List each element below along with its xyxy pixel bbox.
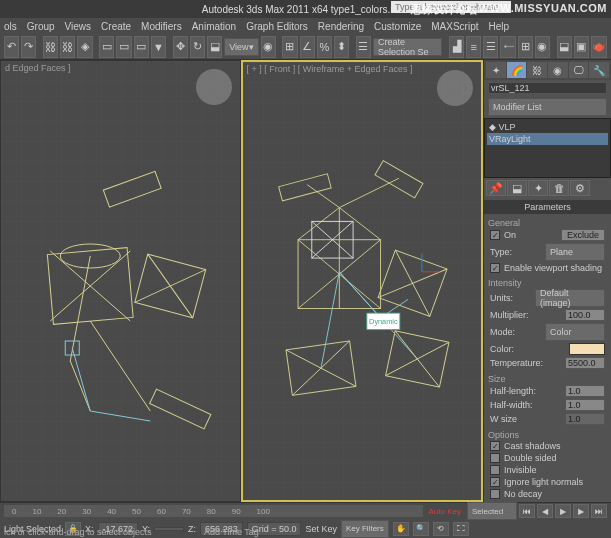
configure-button[interactable]: ⚙ xyxy=(570,180,590,196)
prev-frame-button[interactable]: ◀ xyxy=(537,504,553,518)
half-length-input[interactable] xyxy=(565,385,605,397)
half-width-input[interactable] xyxy=(565,399,605,411)
viewport-right-label[interactable]: [ + ] [ Front ] [ Wireframe + Edged Face… xyxy=(247,64,413,74)
remove-mod-button[interactable]: 🗑 xyxy=(549,180,569,196)
viewport-right[interactable]: [ + ] [ Front ] [ Wireframe + Edged Face… xyxy=(241,60,484,502)
modifier-stack[interactable]: ◆ VLP VRayLight xyxy=(484,118,611,178)
viewport-shading-checkbox[interactable]: ✓ xyxy=(490,263,500,273)
percent-snap-button[interactable]: % xyxy=(317,36,332,58)
menu-create[interactable]: Create xyxy=(101,21,131,32)
main-toolbar: ↶ ↷ ⛓ ⛓ ◈ ▭ ▭ ▭ ▼ ✥ ↻ ⬓ View ▾ ◉ ⊞ ∠ % ⬍… xyxy=(0,34,611,60)
svg-rect-8 xyxy=(278,174,331,201)
center-button[interactable]: ◉ xyxy=(261,36,276,58)
menu-views[interactable]: Views xyxy=(65,21,92,32)
viewport-left-label[interactable]: d Edged Faces ] xyxy=(5,63,71,73)
nav-orbit-button[interactable]: ⟲ xyxy=(433,522,449,536)
units-dropdown[interactable]: Default (image) xyxy=(535,289,605,307)
temperature-input[interactable] xyxy=(565,357,605,369)
ignore-normals-checkbox[interactable]: ✓ xyxy=(490,477,500,487)
render-setup-button[interactable]: ⬓ xyxy=(557,36,572,58)
command-panel: ✦ 🌈 ⛓ ◉ 🖵 🔧 Modifier List ◆ VLP VRayLigh… xyxy=(483,60,611,502)
menu-help[interactable]: Help xyxy=(489,21,510,32)
goto-start-button[interactable]: ⏮ xyxy=(519,504,535,518)
layers-button[interactable]: ☰ xyxy=(483,36,498,58)
menu-graph[interactable]: Graph Editors xyxy=(246,21,308,32)
bind-button[interactable]: ◈ xyxy=(77,36,92,58)
next-frame-button[interactable]: ▶ xyxy=(573,504,589,518)
double-sided-checkbox[interactable] xyxy=(490,453,500,463)
menu-group[interactable]: Group xyxy=(27,21,55,32)
object-name-field[interactable] xyxy=(488,82,607,94)
snap-button[interactable]: ⊞ xyxy=(282,36,297,58)
show-end-button[interactable]: ⬓ xyxy=(507,180,527,196)
cast-shadows-checkbox[interactable]: ✓ xyxy=(490,441,500,451)
redo-button[interactable]: ↷ xyxy=(21,36,36,58)
tab-utilities[interactable]: 🔧 xyxy=(589,62,609,78)
params-rollout-header[interactable]: Parameters xyxy=(484,200,611,214)
material-button[interactable]: ◉ xyxy=(535,36,550,58)
multiplier-input[interactable] xyxy=(565,309,605,321)
set-key-button[interactable]: Set Key xyxy=(305,524,337,534)
render-frame-button[interactable]: ▣ xyxy=(574,36,589,58)
mode-dropdown[interactable]: Color xyxy=(545,323,605,341)
modifier-list-dropdown[interactable]: Modifier List xyxy=(488,98,607,116)
key-filters-dropdown[interactable]: Key Filters xyxy=(341,520,389,538)
rotate-button[interactable]: ↻ xyxy=(190,36,205,58)
no-decay-checkbox[interactable] xyxy=(490,489,500,499)
filter-button[interactable]: ▼ xyxy=(151,36,166,58)
menu-modifiers[interactable]: Modifiers xyxy=(141,21,182,32)
spinner-snap-button[interactable]: ⬍ xyxy=(334,36,349,58)
mirror-button[interactable]: ▟ xyxy=(449,36,464,58)
unlink-button[interactable]: ⛓ xyxy=(60,36,75,58)
align-button[interactable]: ≡ xyxy=(466,36,481,58)
link-button[interactable]: ⛓ xyxy=(43,36,58,58)
move-button[interactable]: ✥ xyxy=(173,36,188,58)
select-button[interactable]: ▭ xyxy=(99,36,114,58)
menu-maxscript[interactable]: MAXScript xyxy=(431,21,478,32)
stack-item-vlp[interactable]: ◆ VLP xyxy=(487,121,608,133)
tab-modify[interactable]: 🌈 xyxy=(507,62,527,78)
add-time-tag[interactable]: Add Time Tag xyxy=(200,526,263,538)
play-button[interactable]: ▶ xyxy=(555,504,571,518)
exclude-button[interactable]: Exclude xyxy=(561,229,605,241)
stack-item-vraylight[interactable]: VRayLight xyxy=(487,133,608,145)
curve-editor-button[interactable]: ⬳ xyxy=(500,36,515,58)
select-region-button[interactable]: ▭ xyxy=(134,36,149,58)
unique-button[interactable]: ✦ xyxy=(528,180,548,196)
schematic-button[interactable]: ⊞ xyxy=(518,36,533,58)
scale-button[interactable]: ⬓ xyxy=(207,36,222,58)
color-swatch[interactable] xyxy=(569,343,605,355)
ref-coord-dropdown[interactable]: View ▾ xyxy=(224,38,258,56)
type-dropdown[interactable]: Plane xyxy=(545,243,605,261)
y-coord[interactable] xyxy=(154,527,184,531)
named-sel-button[interactable]: ☰ xyxy=(356,36,371,58)
nav-pan-button[interactable]: ✋ xyxy=(393,522,409,536)
timeline-track[interactable]: 0102030405060708090100 xyxy=(4,505,423,517)
viewcube-left[interactable] xyxy=(196,69,232,105)
create-selection-dropdown[interactable]: Create Selection Se xyxy=(373,38,442,56)
menu-tools[interactable]: ols xyxy=(4,21,17,32)
goto-end-button[interactable]: ⏭ xyxy=(591,504,607,518)
pin-stack-button[interactable]: 📌 xyxy=(486,180,506,196)
select-name-button[interactable]: ▭ xyxy=(116,36,131,58)
angle-snap-button[interactable]: ∠ xyxy=(300,36,315,58)
tab-hierarchy[interactable]: ⛓ xyxy=(527,62,547,78)
auto-key-button[interactable]: Auto Key xyxy=(425,507,465,516)
on-checkbox[interactable]: ✓ xyxy=(490,230,500,240)
menu-customize[interactable]: Customize xyxy=(374,21,421,32)
tab-display[interactable]: 🖵 xyxy=(569,62,589,78)
render-button[interactable]: 🫖 xyxy=(591,36,607,58)
tab-motion[interactable]: ◉ xyxy=(548,62,568,78)
menu-animation[interactable]: Animation xyxy=(192,21,236,32)
timeline[interactable]: 0102030405060708090100 Auto Key Selected… xyxy=(0,503,611,519)
viewcube-right[interactable] xyxy=(437,70,473,106)
viewport-left[interactable]: d Edged Faces ] xyxy=(0,60,241,502)
undo-button[interactable]: ↶ xyxy=(4,36,19,58)
key-mode-dropdown[interactable]: Selected xyxy=(467,502,517,520)
nav-zoom-button[interactable]: 🔍 xyxy=(413,522,429,536)
tab-create[interactable]: ✦ xyxy=(486,62,506,78)
nav-max-button[interactable]: ⛶ xyxy=(453,522,469,536)
title-bar: Autodesk 3ds Max 2011 x64 type1_colors.m… xyxy=(0,0,611,18)
menu-rendering[interactable]: Rendering xyxy=(318,21,364,32)
invisible-checkbox[interactable] xyxy=(490,465,500,475)
